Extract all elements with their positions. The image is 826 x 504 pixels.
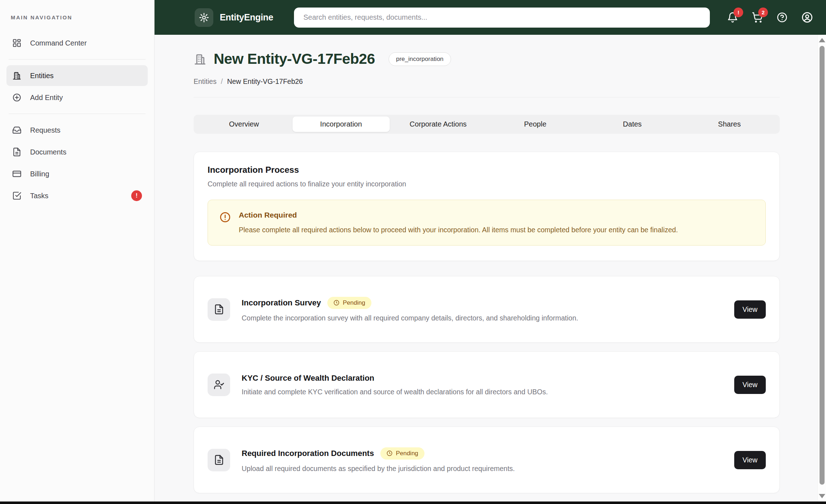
gear-logo-icon [195,8,213,27]
scroll-up-button[interactable] [819,38,825,42]
check-square-icon [12,191,22,200]
sidebar-divider [9,114,146,114]
status-badge-label: Pending [396,450,418,457]
view-documents-button[interactable]: View [734,451,766,469]
top-header: EntityEngine ! 2 [155,0,826,35]
sidebar-section-label: MAIN NAVIGATION [11,14,154,20]
inbox-icon [12,125,22,135]
card-title: KYC / Source of Wealth Declaration [242,374,374,383]
required-documents-card: Required Incorporation Documents Pending… [194,427,780,493]
page-title-row: New Entity-VG-17Feb26 pre_incorporation [194,51,780,67]
status-badge-pending: Pending [327,297,371,309]
card-title: Required Incorporation Documents [242,449,374,458]
incorporation-survey-card: Incorporation Survey Pending Complete th… [194,276,780,343]
page-title: New Entity-VG-17Feb26 [214,51,375,67]
kyc-declaration-card: KYC / Source of Wealth Declaration Initi… [194,351,780,418]
alert-text-block: Action Required Please complete all requ… [239,211,678,234]
tab-dates[interactable]: Dates [584,117,681,132]
tab-shares[interactable]: Shares [681,117,778,132]
header-icon-group: ! 2 [727,11,813,23]
card-title: Incorporation Survey [242,298,321,308]
entity-status-badge: pre_incorporation [389,52,451,66]
app-name: EntityEngine [220,12,273,23]
action-required-alert: Action Required Please complete all requ… [208,200,766,246]
scrollbar-thumb[interactable] [820,46,825,485]
dashboard-grid-icon [12,38,22,48]
file-text-icon [208,298,230,321]
tab-corporate-actions[interactable]: Corporate Actions [390,117,487,132]
sidebar-item-label: Billing [30,170,49,178]
alert-title: Action Required [239,211,678,219]
vertical-scrollbar[interactable] [817,35,826,501]
sidebar-item-label: Requests [30,126,61,134]
card-description: Complete the incorporation survey with a… [242,314,723,322]
sidebar-item-requests[interactable]: Requests [6,120,148,141]
credit-card-icon [12,169,22,179]
entity-building-icon [194,53,206,66]
card-description: Initiate and complete KYC verification a… [242,388,723,396]
process-card-title: Incorporation Process [208,165,766,175]
window-bottom-edge [0,501,826,504]
sidebar-item-label: Tasks [30,192,48,200]
view-survey-button[interactable]: View [734,300,766,319]
notifications-bell-icon[interactable]: ! [727,12,738,23]
card-description: Upload all required documents as specifi… [242,465,723,473]
card-text-block: KYC / Source of Wealth Declaration Initi… [242,374,723,396]
cart-icon[interactable]: 2 [752,12,763,23]
building-icon [12,71,22,80]
tab-people[interactable]: People [486,117,584,132]
notifications-badge: ! [734,8,743,17]
cart-badge: 2 [758,8,768,17]
help-icon[interactable] [777,12,788,23]
breadcrumb-current: New Entity-VG-17Feb26 [227,77,303,86]
header-divider [194,97,780,98]
tab-incorporation[interactable]: Incorporation [293,117,390,132]
sidebar-divider [9,59,146,60]
alert-circle-icon [219,211,231,234]
file-text-icon [12,147,22,157]
sidebar: MAIN NAVIGATION Command Center Entities … [0,0,155,501]
clock-icon [386,450,393,456]
status-badge-label: Pending [343,299,365,306]
file-text-icon [208,449,230,471]
card-text-block: Required Incorporation Documents Pending… [242,447,723,473]
sidebar-item-label: Command Center [30,39,87,47]
main-navigation: Command Center Entities Add Entity Reque… [0,33,154,206]
breadcrumb-entities-link[interactable]: Entities [194,77,217,86]
tasks-alert-badge: ! [131,190,142,201]
alert-message: Please complete all required actions bel… [239,225,678,234]
user-account-icon[interactable] [801,11,813,23]
main-content: New Entity-VG-17Feb26 pre_incorporation … [155,35,817,501]
process-card-subtitle: Complete all required actions to finaliz… [208,180,766,188]
sidebar-item-command-center[interactable]: Command Center [6,33,148,53]
user-check-icon [208,374,230,396]
breadcrumb-separator: / [221,77,223,86]
breadcrumb: Entities / New Entity-VG-17Feb26 [194,77,780,86]
scroll-down-button[interactable] [819,494,825,498]
sidebar-item-tasks[interactable]: Tasks ! [6,185,148,206]
plus-circle-icon [12,93,22,102]
entity-tabs: Overview Incorporation Corporate Actions… [194,115,780,134]
incorporation-process-card: Incorporation Process Complete all requi… [194,152,780,261]
card-text-block: Incorporation Survey Pending Complete th… [242,297,723,322]
status-badge-pending: Pending [380,447,424,460]
sidebar-item-label: Add Entity [30,94,63,102]
sidebar-item-entities[interactable]: Entities [6,65,148,86]
sidebar-item-documents[interactable]: Documents [6,142,148,162]
clock-icon [333,300,340,306]
sidebar-item-label: Documents [30,148,66,156]
app-logo[interactable]: EntityEngine [195,8,273,27]
sidebar-item-label: Entities [30,72,54,80]
tab-overview[interactable]: Overview [195,117,293,132]
sidebar-item-billing[interactable]: Billing [6,163,148,184]
sidebar-item-add-entity[interactable]: Add Entity [6,87,148,108]
search-input[interactable] [294,8,710,28]
view-kyc-button[interactable]: View [734,376,766,394]
